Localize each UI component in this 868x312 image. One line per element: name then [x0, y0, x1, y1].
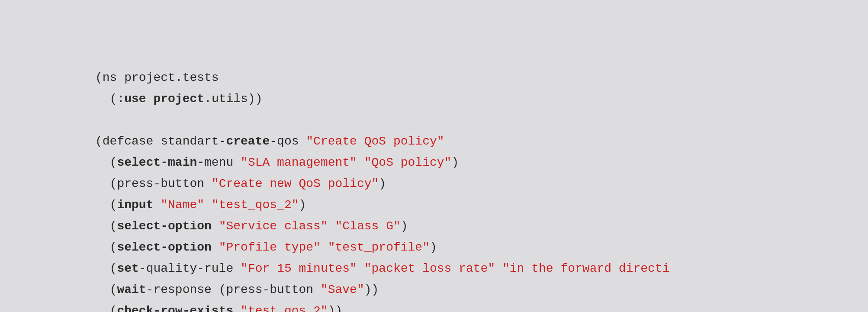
code-token: :use	[117, 92, 146, 106]
code-line-line8: (select-option "Profile type" "test_prof…	[95, 237, 669, 258]
code-token: )	[430, 241, 437, 254]
code-token: -quality-rule	[139, 262, 241, 275]
code-token	[146, 92, 154, 106]
code-token: select-option	[117, 219, 211, 233]
code-token	[328, 219, 335, 233]
code-line-line9: (set-quality-rule "For 15 minutes" "pack…	[95, 258, 669, 279]
code-token: set	[117, 262, 138, 275]
code-line-line10: (wait-response (press-button "Save"))	[95, 279, 669, 300]
code-line-line5: (press-button "Create new QoS policy")	[95, 173, 669, 194]
code-token: "test_qos_2"	[212, 198, 299, 212]
code-token: "Service class"	[219, 219, 328, 233]
code-token	[212, 241, 219, 254]
code-line-line1: (ns project.tests	[95, 67, 669, 88]
code-token: "Profile type"	[219, 241, 321, 254]
code-token: (press-button	[95, 177, 212, 190]
code-token: .utils))	[204, 92, 262, 106]
code-token	[204, 198, 212, 212]
code-token: (	[95, 156, 117, 169]
code-token: "in the forward directi	[502, 262, 669, 275]
code-line-line3: (defcase standart-create-qos "Create QoS…	[95, 131, 669, 152]
code-token: ))	[328, 304, 343, 312]
code-token: "packet loss rate"	[364, 262, 495, 275]
code-token: (	[95, 241, 117, 254]
code-token: select-main-	[117, 156, 204, 169]
code-token: )	[451, 156, 459, 169]
code-token: input	[117, 198, 153, 212]
code-line-line7: (select-option "Service class" "Class G"…	[95, 216, 669, 237]
code-token: ))	[364, 283, 379, 296]
code-token: (	[95, 283, 117, 296]
code-token: )	[401, 219, 408, 233]
code-token	[153, 198, 161, 212]
code-token	[212, 219, 219, 233]
code-token: "test_profile"	[328, 241, 430, 254]
code-token: (ns project.tests	[95, 71, 219, 84]
code-token: "Create QoS policy"	[306, 135, 444, 148]
code-token	[321, 241, 328, 254]
code-token: "test_qos_2"	[241, 304, 328, 312]
code-line-line11: (check-row-exists "test_qos_2"))	[95, 300, 669, 312]
code-token: "For 15 minutes"	[241, 262, 357, 275]
code-token: -qos	[270, 135, 306, 148]
code-line-line4: (select-main-menu "SLA management" "QoS …	[95, 152, 669, 173]
code-token: "Create new QoS policy"	[212, 177, 379, 190]
code-token: "Save"	[321, 283, 364, 296]
code-token: (defcase standart-	[95, 135, 226, 148]
code-token: )	[299, 198, 306, 212]
code-token: (	[95, 92, 117, 106]
code-token	[495, 262, 502, 275]
code-token	[357, 262, 364, 275]
code-line-line6: (input "Name" "test_qos_2")	[95, 194, 669, 216]
code-token: (	[95, 198, 117, 212]
code-token	[357, 156, 364, 169]
code-token: wait	[117, 283, 146, 296]
code-token	[233, 304, 241, 312]
code-container: (ns project.tests (:use project.utils)) …	[0, 0, 669, 312]
code-token: (	[95, 262, 117, 275]
code-token: "Class G"	[335, 219, 401, 233]
code-gap	[95, 109, 669, 131]
code-token: select-option	[117, 241, 211, 254]
code-token: "Name"	[161, 198, 204, 212]
code-token: -response (press-button	[146, 283, 321, 296]
code-block: (ns project.tests (:use project.utils)) …	[95, 26, 669, 312]
code-line-line2: (:use project.utils))	[95, 88, 669, 109]
code-token: create	[226, 135, 270, 148]
code-token: menu	[204, 156, 241, 169]
code-token: project	[153, 92, 204, 106]
code-token: (	[95, 219, 117, 233]
code-token: )	[379, 177, 386, 190]
code-token: check-row-exists	[117, 304, 233, 312]
code-token: (	[95, 304, 117, 312]
code-token: "QoS policy"	[364, 156, 452, 169]
code-token: "SLA management"	[241, 156, 357, 169]
